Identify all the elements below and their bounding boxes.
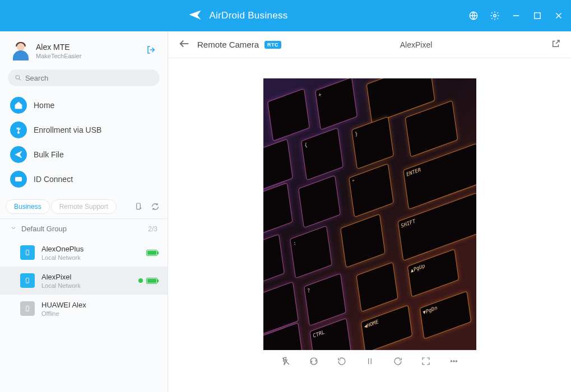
svg-point-24 (456, 361, 457, 362)
popout-icon[interactable] (551, 39, 561, 51)
minimize-icon[interactable] (510, 10, 522, 21)
svg-point-8 (18, 132, 20, 133)
group-count: 2/3 (148, 225, 157, 233)
svg-rect-3 (535, 13, 541, 19)
rotate-left-icon[interactable] (336, 356, 347, 367)
nav-label: Home (34, 101, 54, 110)
phone-icon (20, 273, 35, 288)
rtc-badge: RTC (264, 41, 281, 49)
svg-point-6 (16, 76, 19, 79)
camera-body: + - { } P " ENTER : SHIFT ? (168, 58, 571, 392)
battery-icon (146, 278, 157, 284)
camera-feed: + - { } P " ENTER : SHIFT ? (263, 78, 476, 350)
search-input[interactable] (8, 69, 160, 86)
tab-remote-support[interactable]: Remote Support (51, 199, 117, 214)
device-title: AlexPixel (281, 40, 551, 49)
main-header: Remote Camera RTC AlexPixel (168, 31, 571, 58)
device-status: Local Network (41, 282, 138, 289)
device-name: AlexPixel (41, 273, 138, 281)
fullscreen-icon[interactable] (420, 356, 431, 367)
svg-rect-10 (137, 203, 141, 209)
online-dot-icon (138, 278, 143, 283)
phone-icon (20, 245, 35, 260)
more-icon[interactable] (448, 356, 459, 367)
nav-label: Bulk File (34, 150, 64, 159)
globe-icon[interactable] (468, 10, 479, 21)
user-name: Alex MTE (36, 43, 81, 52)
group-header[interactable]: Default Group 2/3 (0, 219, 168, 239)
pause-icon[interactable] (364, 356, 375, 367)
id-icon (10, 171, 27, 188)
nav-home[interactable]: Home (0, 93, 168, 118)
app-title: AirDroid Business (209, 10, 287, 21)
send-icon (10, 146, 27, 163)
switch-camera-icon[interactable] (308, 356, 319, 367)
camera-frame: + - { } P " ENTER : SHIFT ? (263, 78, 476, 372)
svg-point-1 (494, 15, 496, 17)
camera-toolbar (263, 350, 476, 372)
nav-menu: Home Enrollment via USB Bulk File ID Con… (0, 92, 168, 196)
device-item[interactable]: AlexPixel Local Network (0, 267, 168, 295)
nav-bulk-file[interactable]: Bulk File (0, 142, 168, 167)
device-item[interactable]: AlexOnePlus Local Network (0, 239, 168, 267)
avatar (11, 41, 30, 60)
device-name: AlexOnePlus (41, 245, 146, 253)
user-profile[interactable]: Alex MTE MakeTechEasier (0, 37, 168, 66)
signout-icon[interactable] (146, 45, 156, 57)
sidebar-tabs: Business Remote Support (0, 196, 168, 219)
battery-icon (146, 250, 157, 256)
refresh-icon[interactable] (150, 201, 161, 212)
gear-icon[interactable] (489, 10, 500, 21)
nav-id-connect[interactable]: ID Connect (0, 167, 168, 192)
svg-point-22 (451, 361, 452, 362)
rotate-right-icon[interactable] (392, 356, 403, 367)
nav-label: ID Connect (34, 175, 73, 184)
add-device-icon[interactable] (133, 201, 144, 212)
home-icon (10, 97, 27, 114)
nav-label: Enrollment via USB (34, 125, 101, 134)
group-name: Default Group (21, 225, 67, 233)
svg-point-23 (453, 361, 454, 362)
search-field[interactable] (25, 74, 153, 82)
search-icon (15, 74, 22, 82)
chevron-down-icon (10, 225, 17, 233)
nav-enrollment[interactable]: Enrollment via USB (0, 118, 168, 142)
close-icon[interactable] (553, 10, 564, 21)
usb-icon (10, 122, 27, 138)
user-subtitle: MakeTechEasier (36, 53, 81, 59)
tab-business[interactable]: Business (6, 199, 50, 214)
main-panel: Remote Camera RTC AlexPixel + - { } P " (168, 31, 571, 392)
device-name: HUAWEI Alex (41, 301, 157, 309)
maximize-icon[interactable] (532, 10, 543, 21)
device-status: Offline (41, 310, 157, 317)
phone-icon (20, 301, 35, 316)
device-status: Local Network (41, 254, 146, 261)
device-item[interactable]: HUAWEI Alex Offline (0, 295, 168, 323)
sidebar: Alex MTE MakeTechEasier Home Enrollment … (0, 31, 168, 392)
flash-off-icon[interactable] (280, 356, 291, 367)
page-title: Remote Camera (197, 40, 259, 49)
titlebar: AirDroid Business (0, 0, 571, 31)
device-list: AlexOnePlus Local Network AlexPixel Loca… (0, 239, 168, 392)
svg-rect-9 (16, 178, 22, 181)
app-logo-icon (187, 6, 203, 25)
back-arrow-icon[interactable] (178, 38, 191, 52)
svg-line-7 (19, 79, 21, 81)
